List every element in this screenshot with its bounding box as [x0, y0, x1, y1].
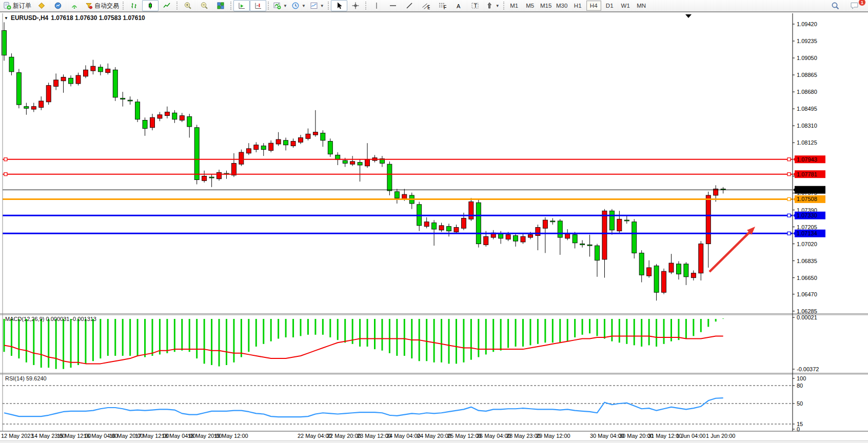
trendline-button[interactable] — [401, 0, 418, 11]
zoom-in-button[interactable] — [180, 0, 196, 11]
price-tick-label: 1.08680 — [797, 89, 817, 95]
macd-axis-label: -0.00372 — [797, 366, 819, 372]
price-badge-label: 1.07610 — [797, 187, 817, 193]
collapse-triangle-icon[interactable]: ▼ — [4, 16, 8, 21]
time-tick-label: 24 May 04:00 — [386, 433, 421, 439]
bar-chart-button[interactable] — [126, 0, 142, 11]
price-tick-label: 1.08865 — [797, 72, 817, 78]
price-tick-label: 1.06285 — [797, 308, 817, 314]
line-chart-button[interactable] — [159, 0, 175, 11]
time-axis[interactable]: 12 May 202314 May 23:0015 May 12:0016 Ma… — [1, 433, 736, 439]
price-badge-label: 1.07134 — [797, 230, 817, 236]
toolbar-grip — [123, 2, 124, 10]
time-tick-label: 19 May 12:00 — [214, 433, 248, 439]
timeframe-h1[interactable]: H1 — [570, 1, 585, 11]
chart-shift-button[interactable] — [250, 0, 266, 11]
price-tick-label: 1.07020 — [797, 241, 817, 247]
rsi-name: RSI(14) — [5, 375, 25, 381]
timeframe-m5[interactable]: M5 — [523, 1, 538, 11]
timeframe-m30[interactable]: M30 — [555, 1, 569, 11]
new-order-button[interactable]: 新订单 — [1, 0, 33, 11]
zoom-out-icon — [200, 2, 208, 10]
time-tick-label: 1 Jun 04:00 — [676, 433, 706, 439]
line-handle[interactable] — [787, 158, 791, 161]
zoom-out-button[interactable] — [196, 0, 212, 11]
auto-scroll-button[interactable] — [233, 0, 250, 11]
arrows-button[interactable]: ▼ — [483, 0, 502, 11]
price-tick-label: 1.06835 — [797, 258, 817, 264]
svg-text:E: E — [427, 4, 430, 10]
time-tick-label: 22 May 20:00 — [327, 433, 361, 439]
time-tick-label: 24 May 20:00 — [417, 433, 451, 439]
timeframe-h4[interactable]: H4 — [586, 1, 601, 11]
auto-scroll-icon — [238, 2, 246, 10]
autotrading-button[interactable]: 自动交易 — [83, 0, 121, 11]
toolbar-grip — [328, 2, 329, 10]
timeframe-w1[interactable]: W1 — [618, 1, 633, 11]
time-tick-label: 26 May 04:00 — [477, 433, 511, 439]
price-tick-label: 1.06470 — [797, 291, 817, 297]
text-button[interactable]: A — [450, 0, 467, 11]
timeframe-d1[interactable]: D1 — [602, 1, 617, 11]
price-chart-canvas[interactable]: 1.094201.092351.090501.088651.086801.084… — [0, 12, 868, 443]
text-label-button[interactable]: T — [467, 0, 483, 11]
price-tick-label: 1.08310 — [797, 123, 817, 129]
tile-windows-button[interactable] — [212, 0, 229, 11]
chevron-down-icon: ▼ — [283, 4, 287, 8]
notifications-button[interactable]: 1 — [846, 0, 863, 11]
line-handle[interactable] — [787, 232, 791, 235]
notification-badge: 1 — [858, 0, 866, 6]
chevron-down-icon: ▼ — [496, 4, 500, 8]
macd-signal-value: -0.001313 — [71, 316, 96, 322]
chart-shift-icon — [254, 2, 262, 10]
price-tick-label: 1.08495 — [797, 106, 817, 112]
horizontal-line-button[interactable] — [385, 0, 401, 11]
svg-text:T: T — [474, 3, 477, 9]
window-bottom-strip — [0, 440, 868, 443]
crosshair-icon — [351, 2, 360, 10]
vertical-line-button[interactable] — [368, 0, 385, 11]
main-toolbar: 新订单 自动交易 ▼ ▼ ▼ E F A T ▼ M1 M5 M15 M30 H… — [0, 0, 868, 12]
chevron-down-icon: ▼ — [302, 4, 306, 8]
toolbar-grip — [503, 2, 504, 10]
templates-button[interactable]: ▼ — [308, 0, 326, 11]
toolbar-grip — [176, 2, 177, 10]
line-handle[interactable] — [787, 173, 791, 176]
equidistant-channel-button[interactable]: E — [418, 0, 434, 11]
crosshair-button[interactable] — [347, 0, 364, 11]
rsi-axis-label: 0 — [797, 426, 800, 432]
arrows-icon — [485, 2, 494, 10]
timeframe-m1[interactable]: M1 — [507, 1, 522, 11]
market-watch-button[interactable] — [50, 0, 66, 11]
timeframe-mn[interactable]: MN — [634, 1, 649, 11]
search-button[interactable] — [827, 0, 843, 11]
trendline-icon — [405, 2, 413, 10]
price-tick-label: 1.09420 — [797, 21, 817, 27]
line-handle[interactable] — [4, 173, 7, 176]
price-badge-label: 1.07781 — [797, 171, 817, 177]
candlestick-icon — [146, 2, 154, 10]
autotrading-label: 自动交易 — [94, 2, 119, 10]
periods-button[interactable]: ▼ — [289, 0, 308, 11]
timeframe-m15[interactable]: M15 — [539, 1, 554, 11]
line-handle[interactable] — [787, 197, 791, 200]
fibonacci-button[interactable]: F — [434, 0, 450, 11]
line-handle[interactable] — [787, 214, 791, 217]
cursor-button[interactable] — [331, 0, 347, 11]
new-order-label: 新订单 — [13, 2, 31, 10]
channel-icon: E — [422, 2, 430, 10]
indicators-button[interactable]: ▼ — [271, 0, 289, 11]
chart-symbol-period: EURUSD-,H4 — [11, 14, 48, 22]
signal-icon — [70, 2, 78, 10]
line-handle[interactable] — [4, 158, 7, 161]
price-tick-label: 1.09235 — [797, 38, 817, 44]
signals-button[interactable] — [66, 0, 83, 11]
profiles-button[interactable] — [33, 0, 50, 11]
templates-icon — [310, 2, 318, 10]
line-chart-icon — [163, 2, 171, 10]
vertical-line-icon — [372, 2, 381, 10]
text-label-icon: T — [471, 2, 479, 10]
candlestick-chart-button[interactable] — [142, 0, 159, 11]
search-icon — [831, 2, 840, 10]
clock-icon — [291, 2, 300, 10]
